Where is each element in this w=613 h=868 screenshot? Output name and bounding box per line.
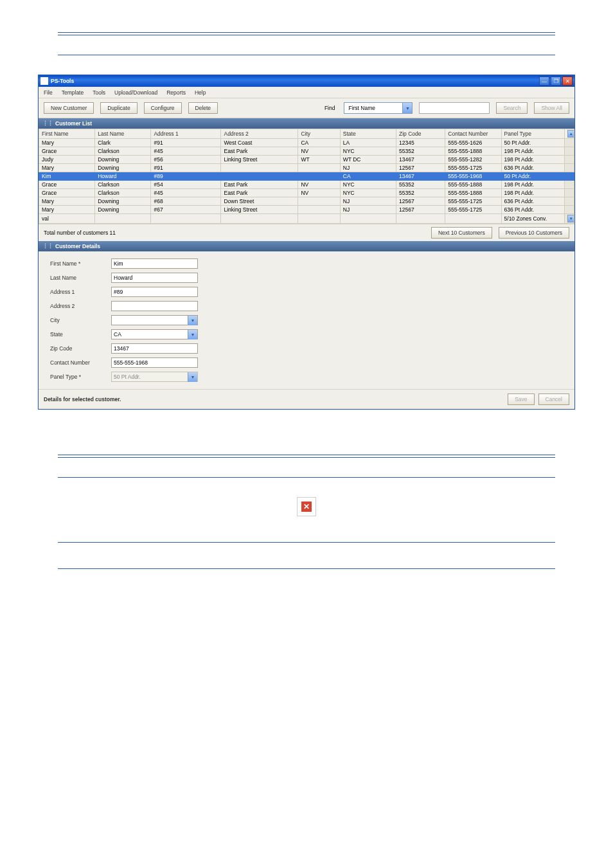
minimize-button[interactable]: — bbox=[539, 77, 549, 86]
document-page: PS-Tools — ❐ ✕ File Template Tools Uploa… bbox=[0, 32, 613, 569]
table-cell: NJ bbox=[340, 197, 396, 206]
table-cell: #89 bbox=[151, 172, 221, 181]
first-name-field[interactable]: Kim bbox=[111, 258, 198, 269]
col-address-2[interactable]: Address 2 bbox=[221, 129, 298, 139]
new-customer-button[interactable]: New Customer bbox=[44, 102, 94, 114]
table-cell: 12567 bbox=[396, 197, 445, 206]
table-cell: NV bbox=[298, 181, 340, 189]
address2-label: Address 2 bbox=[50, 303, 111, 309]
table-cell: Mary bbox=[39, 197, 95, 206]
table-cell: Down Street bbox=[221, 197, 298, 206]
state-combo[interactable]: CA▼ bbox=[111, 329, 198, 339]
status-text: Details for selected customer. bbox=[44, 396, 121, 402]
menu-file[interactable]: File bbox=[44, 89, 53, 96]
table-footer: Total number of customers 11 Next 10 Cus… bbox=[39, 224, 574, 241]
table-cell: 198 Pt Addr. bbox=[501, 181, 564, 189]
table-cell: 555-555-1968 bbox=[445, 172, 501, 181]
chevron-down-icon: ▼ bbox=[402, 103, 412, 113]
menubar: File Template Tools Upload/Download Repo… bbox=[39, 87, 574, 98]
contact-field[interactable]: 555-555-1968 bbox=[111, 357, 198, 368]
table-cell: East Park bbox=[221, 181, 298, 189]
table-row[interactable]: MaryDowning#91NJ12567555-555-1725636 Pt … bbox=[39, 164, 574, 172]
panel-type-label: Panel Type * bbox=[50, 374, 111, 380]
table-row[interactable]: GraceClarkson#45East ParkNVNYC55352555-5… bbox=[39, 189, 574, 197]
table-cell: Clarkson bbox=[95, 147, 151, 156]
col-last-name[interactable]: Last Name bbox=[95, 129, 151, 139]
menu-reports[interactable]: Reports bbox=[166, 89, 186, 96]
col-state[interactable]: State bbox=[340, 129, 396, 139]
search-button[interactable]: Search bbox=[496, 102, 528, 114]
table-cell: CA bbox=[340, 172, 396, 181]
last-name-field[interactable]: Howard bbox=[111, 273, 198, 283]
col-city[interactable]: City bbox=[298, 129, 340, 139]
menu-upload-download[interactable]: Upload/Download bbox=[114, 89, 157, 96]
table-cell bbox=[298, 172, 340, 181]
find-input[interactable] bbox=[419, 102, 490, 114]
table-cell: Grace bbox=[39, 189, 95, 197]
table-cell: 12567 bbox=[396, 206, 445, 214]
table-row[interactable]: KimHoward#89CA13467555-555-196850 Pt Add… bbox=[39, 172, 574, 181]
col-contact[interactable]: Contact Number bbox=[445, 129, 501, 139]
col-address-1[interactable]: Address 1 bbox=[151, 129, 221, 139]
next-customers-button[interactable]: Next 10 Customers bbox=[431, 227, 492, 239]
previous-customers-button[interactable]: Previous 10 Customers bbox=[499, 227, 569, 239]
table-cell: #68 bbox=[151, 197, 221, 206]
scrollbar-cell bbox=[564, 156, 574, 164]
duplicate-button[interactable]: Duplicate bbox=[100, 102, 137, 114]
scroll-up-icon[interactable]: ▲ bbox=[567, 130, 574, 138]
find-field-combo[interactable]: First Name ▼ bbox=[344, 102, 413, 114]
rule-bottom-1 bbox=[58, 542, 555, 543]
delete-button[interactable]: Delete bbox=[188, 102, 218, 114]
table-row[interactable]: MaryDowning#67Linking StreetNJ12567555-5… bbox=[39, 206, 574, 214]
statusbar: Details for selected customer. Save Canc… bbox=[39, 389, 574, 409]
zip-field[interactable]: 13467 bbox=[111, 343, 198, 354]
grip-icon: ⋮⋮ bbox=[42, 243, 53, 249]
table-row[interactable]: MaryDowning#68Down StreetNJ12567555-555-… bbox=[39, 197, 574, 206]
table-row[interactable]: MaryClark#91West CoastCALA12345555-555-1… bbox=[39, 139, 574, 147]
table-cell: 13467 bbox=[396, 156, 445, 164]
table-cell: 50 Pt Addr. bbox=[501, 172, 564, 181]
address2-field[interactable] bbox=[111, 301, 198, 311]
menu-help[interactable]: Help bbox=[195, 89, 206, 96]
table-cell: #67 bbox=[151, 206, 221, 214]
state-label: State bbox=[50, 331, 111, 338]
menu-tools[interactable]: Tools bbox=[93, 89, 105, 96]
table-cell: #54 bbox=[151, 181, 221, 189]
table-row[interactable]: GraceClarkson#45East ParkNVNYC55352555-5… bbox=[39, 147, 574, 156]
city-combo[interactable]: ▼ bbox=[111, 315, 198, 325]
scrollbar-cell bbox=[564, 189, 574, 197]
table-cell bbox=[298, 214, 340, 224]
col-panel-type[interactable]: Panel Type bbox=[501, 129, 564, 139]
scroll-down-icon[interactable]: ▼ bbox=[567, 215, 574, 222]
configure-button[interactable]: Configure bbox=[144, 102, 182, 114]
close-button[interactable]: ✕ bbox=[562, 77, 573, 86]
zip-label: Zip Code bbox=[50, 345, 111, 352]
table-cell: West Coast bbox=[221, 139, 298, 147]
table-cell bbox=[298, 164, 340, 172]
table-cell: 555-555-1888 bbox=[445, 147, 501, 156]
col-zip[interactable]: Zip Code bbox=[396, 129, 445, 139]
cancel-button[interactable]: Cancel bbox=[538, 393, 569, 405]
table-cell bbox=[221, 164, 298, 172]
table-cell: Grace bbox=[39, 181, 95, 189]
chevron-down-icon: ▼ bbox=[188, 316, 197, 325]
save-button[interactable]: Save bbox=[508, 393, 534, 405]
address1-field[interactable]: #89 bbox=[111, 287, 198, 297]
find-field-value: First Name bbox=[344, 105, 402, 111]
table-cell: Clarkson bbox=[95, 189, 151, 197]
table-cell: 13467 bbox=[396, 172, 445, 181]
scrollbar-cell bbox=[564, 206, 574, 214]
table-row[interactable]: val5/10 Zones Conv.▼ bbox=[39, 214, 574, 224]
menu-template[interactable]: Template bbox=[62, 89, 84, 96]
table-cell: Clark bbox=[95, 139, 151, 147]
table-row[interactable]: GraceClarkson#54East ParkNVNYC55352555-5… bbox=[39, 181, 574, 189]
table-cell: 55352 bbox=[396, 189, 445, 197]
col-first-name[interactable]: First Name bbox=[39, 129, 95, 139]
maximize-button[interactable]: ❐ bbox=[551, 77, 561, 86]
show-all-button[interactable]: Show All bbox=[534, 102, 569, 114]
table-cell bbox=[445, 214, 501, 224]
chevron-down-icon: ▼ bbox=[188, 330, 197, 339]
table-row[interactable]: JudyDowning#56Linking StreetWTWT DC13467… bbox=[39, 156, 574, 164]
table-cell: Clarkson bbox=[95, 181, 151, 189]
table-cell bbox=[221, 214, 298, 224]
